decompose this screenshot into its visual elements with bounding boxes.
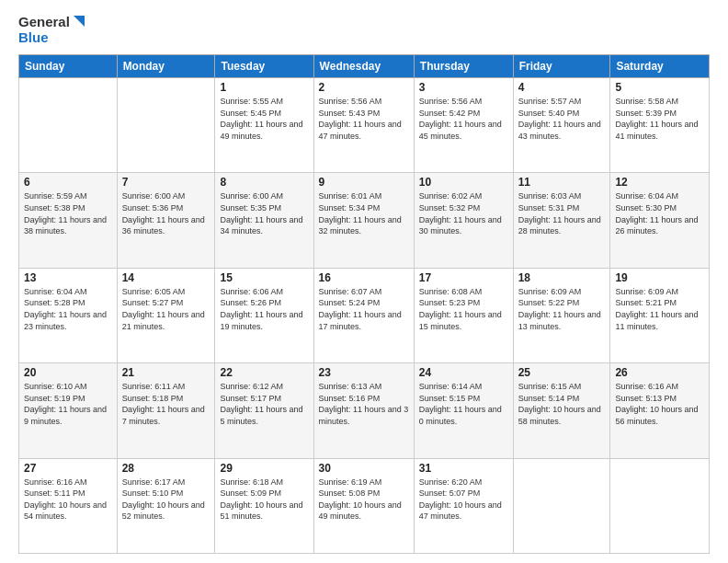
day-number: 16: [319, 271, 409, 284]
day-number: 9: [319, 176, 409, 189]
day-number: 4: [518, 81, 606, 94]
cell-detail: Sunrise: 6:11 AMSunset: 5:18 PMDaylight:…: [122, 381, 210, 427]
cell-detail: Sunrise: 6:15 AMSunset: 5:14 PMDaylight:…: [518, 381, 606, 427]
cell-detail: Sunrise: 6:14 AMSunset: 5:15 PMDaylight:…: [419, 381, 508, 427]
week-row-2: 6Sunrise: 5:59 AMSunset: 5:38 PMDaylight…: [19, 173, 710, 268]
calendar-cell: 26Sunrise: 6:16 AMSunset: 5:13 PMDayligh…: [610, 363, 710, 458]
cell-detail: Sunrise: 6:07 AMSunset: 5:24 PMDaylight:…: [319, 286, 409, 332]
calendar-cell: 17Sunrise: 6:08 AMSunset: 5:23 PMDayligh…: [414, 268, 513, 362]
cell-detail: Sunrise: 6:10 AMSunset: 5:19 PMDaylight:…: [24, 381, 112, 427]
cell-detail: Sunrise: 5:57 AMSunset: 5:40 PMDaylight:…: [518, 96, 606, 142]
calendar-cell: 18Sunrise: 6:09 AMSunset: 5:22 PMDayligh…: [513, 268, 610, 362]
calendar-cell: 20Sunrise: 6:10 AMSunset: 5:19 PMDayligh…: [19, 363, 118, 458]
day-number: 13: [24, 271, 112, 284]
logo: General Blue: [18, 15, 85, 45]
calendar-cell: 9Sunrise: 6:01 AMSunset: 5:34 PMDaylight…: [313, 173, 414, 268]
day-number: 5: [615, 81, 704, 94]
calendar-cell: 15Sunrise: 6:06 AMSunset: 5:26 PMDayligh…: [215, 268, 313, 362]
calendar-cell: 1Sunrise: 5:55 AMSunset: 5:45 PMDaylight…: [215, 78, 313, 173]
day-number: 21: [122, 366, 210, 379]
day-number: 26: [615, 366, 704, 379]
cell-detail: Sunrise: 6:17 AMSunset: 5:10 PMDaylight:…: [122, 477, 210, 523]
weekday-header-tuesday: Tuesday: [215, 55, 313, 78]
calendar-cell: 10Sunrise: 6:02 AMSunset: 5:32 PMDayligh…: [414, 173, 513, 268]
day-number: 20: [24, 366, 112, 379]
day-number: 10: [419, 176, 508, 189]
day-number: 28: [122, 462, 210, 475]
day-number: 23: [319, 366, 409, 379]
calendar-cell: [610, 458, 710, 553]
day-number: 18: [518, 271, 606, 284]
calendar-cell: 24Sunrise: 6:14 AMSunset: 5:15 PMDayligh…: [414, 363, 513, 458]
day-number: 6: [24, 176, 112, 189]
cell-detail: Sunrise: 6:16 AMSunset: 5:11 PMDaylight:…: [24, 477, 112, 523]
day-number: 27: [24, 462, 112, 475]
cell-detail: Sunrise: 6:04 AMSunset: 5:30 PMDaylight:…: [615, 190, 704, 236]
calendar-cell: [117, 78, 215, 173]
calendar-cell: 5Sunrise: 5:58 AMSunset: 5:39 PMDaylight…: [610, 78, 710, 173]
weekday-header-saturday: Saturday: [610, 55, 710, 78]
day-number: 24: [419, 366, 508, 379]
day-number: 3: [419, 81, 508, 94]
calendar-cell: 23Sunrise: 6:13 AMSunset: 5:16 PMDayligh…: [313, 363, 414, 458]
day-number: 8: [220, 176, 308, 189]
day-number: 7: [122, 176, 210, 189]
day-number: 31: [419, 462, 508, 475]
day-number: 25: [518, 366, 606, 379]
cell-detail: Sunrise: 5:56 AMSunset: 5:42 PMDaylight:…: [419, 96, 508, 142]
day-number: 11: [518, 176, 606, 189]
day-number: 2: [319, 81, 409, 94]
cell-detail: Sunrise: 6:13 AMSunset: 5:16 PMDaylight:…: [319, 381, 409, 427]
calendar-cell: [513, 458, 610, 553]
calendar-cell: 27Sunrise: 6:16 AMSunset: 5:11 PMDayligh…: [19, 458, 118, 553]
calendar-cell: 30Sunrise: 6:19 AMSunset: 5:08 PMDayligh…: [313, 458, 414, 553]
calendar-cell: 25Sunrise: 6:15 AMSunset: 5:14 PMDayligh…: [513, 363, 610, 458]
calendar-cell: 2Sunrise: 5:56 AMSunset: 5:43 PMDaylight…: [313, 78, 414, 173]
cell-detail: Sunrise: 5:56 AMSunset: 5:43 PMDaylight:…: [319, 96, 409, 142]
cell-detail: Sunrise: 6:04 AMSunset: 5:28 PMDaylight:…: [24, 286, 112, 332]
cell-detail: Sunrise: 6:09 AMSunset: 5:21 PMDaylight:…: [615, 286, 704, 332]
calendar-cell: [19, 78, 118, 173]
cell-detail: Sunrise: 6:01 AMSunset: 5:34 PMDaylight:…: [319, 190, 409, 236]
week-row-3: 13Sunrise: 6:04 AMSunset: 5:28 PMDayligh…: [19, 268, 710, 362]
calendar-cell: 22Sunrise: 6:12 AMSunset: 5:17 PMDayligh…: [215, 363, 313, 458]
cell-detail: Sunrise: 6:03 AMSunset: 5:31 PMDaylight:…: [518, 190, 606, 236]
weekday-header-sunday: Sunday: [19, 55, 118, 78]
logo-arrow-icon: [72, 16, 85, 29]
calendar-cell: 13Sunrise: 6:04 AMSunset: 5:28 PMDayligh…: [19, 268, 118, 362]
calendar-cell: 29Sunrise: 6:18 AMSunset: 5:09 PMDayligh…: [215, 458, 313, 553]
cell-detail: Sunrise: 6:06 AMSunset: 5:26 PMDaylight:…: [220, 286, 308, 332]
header: General Blue: [18, 15, 710, 45]
weekday-header-row: SundayMondayTuesdayWednesdayThursdayFrid…: [19, 55, 710, 78]
calendar-cell: 4Sunrise: 5:57 AMSunset: 5:40 PMDaylight…: [513, 78, 610, 173]
day-number: 22: [220, 366, 308, 379]
calendar-cell: 14Sunrise: 6:05 AMSunset: 5:27 PMDayligh…: [117, 268, 215, 362]
calendar-cell: 7Sunrise: 6:00 AMSunset: 5:36 PMDaylight…: [117, 173, 215, 268]
cell-detail: Sunrise: 6:08 AMSunset: 5:23 PMDaylight:…: [419, 286, 508, 332]
calendar-cell: 19Sunrise: 6:09 AMSunset: 5:21 PMDayligh…: [610, 268, 710, 362]
logo-text: General Blue: [18, 15, 85, 45]
day-number: 29: [220, 462, 308, 475]
cell-detail: Sunrise: 6:00 AMSunset: 5:36 PMDaylight:…: [122, 190, 210, 236]
cell-detail: Sunrise: 6:16 AMSunset: 5:13 PMDaylight:…: [615, 381, 704, 427]
calendar-cell: 21Sunrise: 6:11 AMSunset: 5:18 PMDayligh…: [117, 363, 215, 458]
day-number: 30: [319, 462, 409, 475]
day-number: 19: [615, 271, 704, 284]
day-number: 14: [122, 271, 210, 284]
cell-detail: Sunrise: 6:05 AMSunset: 5:27 PMDaylight:…: [122, 286, 210, 332]
cell-detail: Sunrise: 6:00 AMSunset: 5:35 PMDaylight:…: [220, 190, 308, 236]
weekday-header-wednesday: Wednesday: [313, 55, 414, 78]
cell-detail: Sunrise: 5:58 AMSunset: 5:39 PMDaylight:…: [615, 96, 704, 142]
day-number: 15: [220, 271, 308, 284]
calendar-cell: 16Sunrise: 6:07 AMSunset: 5:24 PMDayligh…: [313, 268, 414, 362]
cell-detail: Sunrise: 6:12 AMSunset: 5:17 PMDaylight:…: [220, 381, 308, 427]
calendar-cell: 11Sunrise: 6:03 AMSunset: 5:31 PMDayligh…: [513, 173, 610, 268]
svg-marker-0: [74, 16, 85, 27]
day-number: 17: [419, 271, 508, 284]
calendar-cell: 6Sunrise: 5:59 AMSunset: 5:38 PMDaylight…: [19, 173, 118, 268]
calendar-table: SundayMondayTuesdayWednesdayThursdayFrid…: [18, 54, 710, 554]
cell-detail: Sunrise: 6:18 AMSunset: 5:09 PMDaylight:…: [220, 477, 308, 523]
calendar-cell: 12Sunrise: 6:04 AMSunset: 5:30 PMDayligh…: [610, 173, 710, 268]
cell-detail: Sunrise: 6:20 AMSunset: 5:07 PMDaylight:…: [419, 477, 508, 523]
page: General Blue SundayMondayTuesdayWednesda…: [0, 0, 728, 563]
